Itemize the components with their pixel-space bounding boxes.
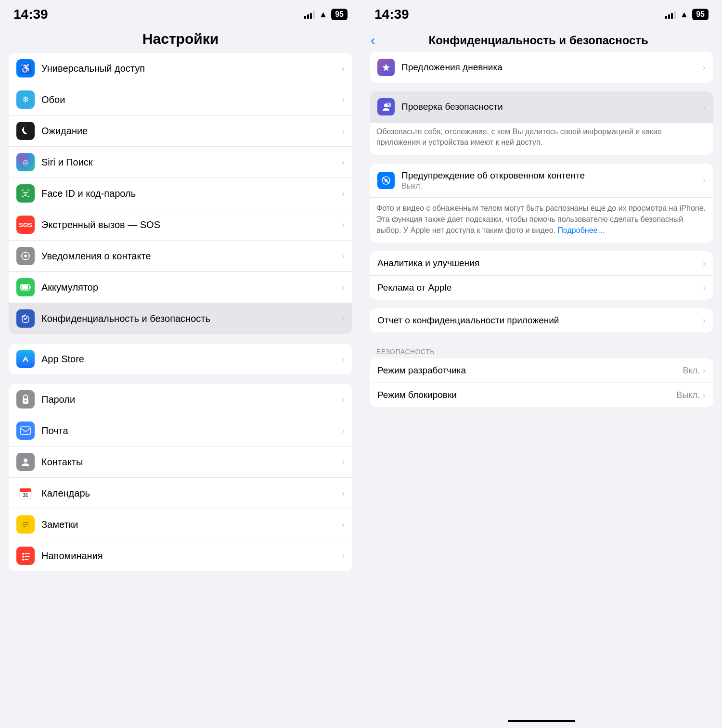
developer-mode-item[interactable]: Режим разработчика Вкл. ›	[370, 358, 713, 383]
settings-group-3: Пароли › Почта ›	[9, 384, 352, 571]
accessibility-icon: ♿	[16, 59, 35, 77]
settings-item-contact[interactable]: Уведомления о контакте ›	[9, 241, 352, 272]
mail-icon	[16, 421, 35, 440]
right-wifi-icon: ▲	[680, 10, 688, 20]
chevron-icon: ›	[342, 354, 345, 364]
wallpaper-label: Обои	[41, 94, 338, 105]
journal-icon	[377, 59, 395, 76]
ads-label: Реклама от Apple	[377, 282, 703, 293]
journal-group: Предложения дневника ›	[370, 52, 713, 83]
battery-indicator: 95	[331, 9, 348, 20]
privacy-report-text: Отчет о конфиденциальности приложений	[377, 315, 703, 326]
settings-item-notes[interactable]: Заметки ›	[9, 509, 352, 540]
safety-section-header: БЕЗОПАСНОСТЬ	[370, 341, 713, 358]
privacy-report-group: Отчет о конфиденциальности приложений ›	[370, 308, 713, 332]
lockdown-mode-label: Режим блокировки	[377, 390, 676, 400]
svg-point-4	[24, 192, 25, 193]
safety-check-description: Обезопасьте себя, отслеживая, с кем Вы д…	[370, 123, 713, 155]
svg-point-31	[22, 559, 24, 561]
settings-item-faceid[interactable]: Face ID и код-пароль ›	[9, 178, 352, 209]
analytics-item[interactable]: Аналитика и улучшения ›	[370, 251, 713, 276]
safety-check-icon	[377, 98, 395, 115]
chevron-icon: ›	[342, 314, 345, 324]
faceid-label: Face ID и код-пароль	[41, 188, 338, 199]
sensitive-content-icon	[377, 172, 395, 189]
chevron-icon: ›	[342, 189, 345, 199]
settings-item-calendar[interactable]: 31 Календарь ›	[9, 478, 352, 509]
chevron-icon: ›	[342, 457, 345, 467]
analytics-label: Аналитика и улучшения	[377, 258, 703, 268]
right-status-bar: 14:39 ▲ 95	[361, 0, 722, 26]
appstore-icon	[16, 350, 35, 368]
journal-label: Предложения дневника	[401, 62, 703, 73]
svg-rect-1	[27, 190, 29, 191]
accessibility-label: Универсальный доступ	[41, 63, 338, 74]
wallpaper-icon: ❄	[16, 90, 35, 109]
mail-label: Почта	[41, 425, 338, 436]
svg-rect-2	[22, 196, 24, 197]
chevron-icon: ›	[703, 258, 706, 268]
faceid-icon	[16, 184, 35, 203]
left-status-bar: 14:39 ▲ 95	[0, 0, 361, 26]
settings-item-wallpaper[interactable]: ❄ Обои ›	[9, 84, 352, 115]
journal-text: Предложения дневника	[401, 62, 703, 73]
chevron-icon: ›	[342, 220, 345, 230]
chevron-icon: ›	[703, 316, 706, 326]
settings-item-accessibility[interactable]: ♿ Универсальный доступ ›	[9, 53, 352, 84]
reminders-label: Напоминания	[41, 550, 338, 562]
chevron-icon: ›	[703, 102, 706, 112]
analytics-group: Аналитика и улучшения › Реклама от Apple…	[370, 251, 713, 300]
back-button[interactable]: ‹	[371, 33, 375, 48]
chevron-icon: ›	[703, 63, 706, 73]
sensitive-content-item[interactable]: Предупреждение об откровенном контенте В…	[370, 164, 713, 198]
analytics-text: Аналитика и улучшения	[377, 258, 703, 268]
svg-point-29	[22, 553, 24, 555]
settings-item-privacy[interactable]: Конфиденциальность и безопасность ›	[9, 303, 352, 334]
contacts-icon	[16, 453, 35, 471]
sensitive-content-label: Предупреждение об откровенном контенте	[401, 170, 703, 181]
settings-item-mail[interactable]: Почта ›	[9, 415, 352, 447]
privacy-report-item[interactable]: Отчет о конфиденциальности приложений ›	[370, 308, 713, 332]
settings-item-contacts[interactable]: Контакты ›	[9, 447, 352, 478]
sensitive-content-status: Выкл.	[401, 182, 703, 191]
chevron-icon: ›	[342, 426, 345, 436]
right-panel: 14:39 ▲ 95 ‹ Конфиденциальность и безопа…	[361, 0, 722, 728]
svg-rect-3	[27, 196, 29, 197]
settings-item-standby[interactable]: ⏾ Ожидание ›	[9, 115, 352, 147]
sos-icon: SOS	[16, 216, 35, 234]
left-title: Настройки	[142, 31, 219, 47]
settings-item-sos[interactable]: SOS Экстренный вызов — SOS ›	[9, 209, 352, 241]
passwords-icon	[16, 390, 35, 409]
right-status-icons: ▲ 95	[665, 9, 709, 20]
chevron-icon: ›	[342, 282, 345, 293]
settings-item-passwords[interactable]: Пароли ›	[9, 384, 352, 415]
journal-item[interactable]: Предложения дневника ›	[370, 52, 713, 83]
chevron-icon: ›	[342, 157, 345, 167]
home-indicator	[508, 720, 575, 722]
lockdown-mode-value: Выкл.	[676, 390, 700, 400]
safety-check-label: Проверка безопасности	[401, 102, 703, 112]
right-nav: ‹ Конфиденциальность и безопасность	[361, 26, 722, 52]
calendar-icon: 31	[16, 484, 35, 502]
svg-text:31: 31	[23, 493, 28, 498]
contacts-label: Контакты	[41, 457, 338, 468]
settings-item-appstore[interactable]: App Store ›	[9, 344, 352, 374]
svg-point-12	[28, 255, 30, 257]
chevron-icon: ›	[342, 126, 345, 136]
privacy-label: Конфиденциальность и безопасность	[41, 313, 338, 324]
settings-list: ♿ Универсальный доступ › ❄ Обои › ⏾ Ожид…	[0, 53, 361, 728]
right-signal-icon	[665, 10, 676, 19]
svg-point-18	[25, 400, 26, 402]
right-title: Конфиденциальность и безопасность	[379, 34, 698, 47]
settings-item-reminders[interactable]: Напоминания ›	[9, 540, 352, 571]
settings-item-siri[interactable]: ◎ Siri и Поиск ›	[9, 147, 352, 178]
lockdown-mode-item[interactable]: Режим блокировки Выкл. ›	[370, 383, 713, 407]
chevron-icon: ›	[342, 95, 345, 105]
ads-item[interactable]: Реклама от Apple ›	[370, 276, 713, 300]
settings-item-battery[interactable]: Аккумулятор ›	[9, 272, 352, 303]
safety-check-item[interactable]: Проверка безопасности ›	[370, 91, 713, 123]
siri-label: Siri и Поиск	[41, 157, 338, 168]
developer-mode-text: Режим разработчика	[377, 365, 683, 376]
learn-more-link[interactable]: Подробнее…	[557, 226, 605, 234]
ads-text: Реклама от Apple	[377, 282, 703, 293]
